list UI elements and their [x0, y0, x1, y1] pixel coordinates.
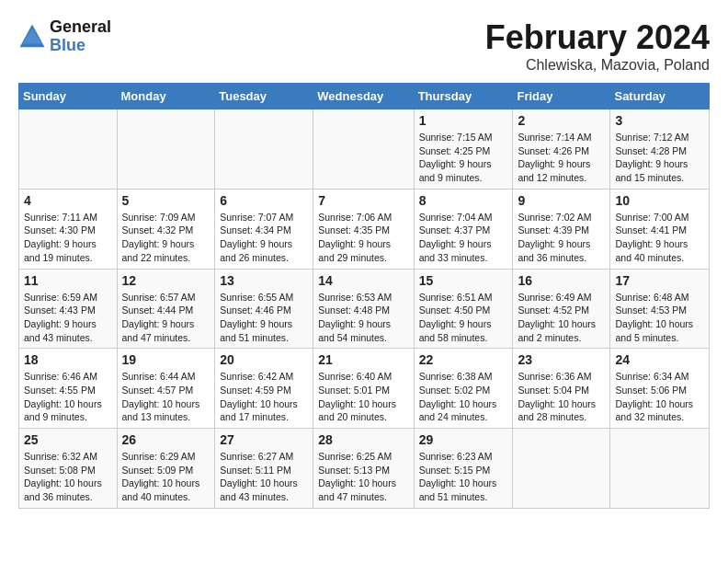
day-number: 25 — [24, 432, 112, 447]
day-number: 16 — [518, 273, 605, 288]
calendar-cell — [117, 109, 215, 190]
month-year-title: February 2024 — [485, 18, 710, 57]
calendar-cell: 19Sunrise: 6:44 AMSunset: 4:57 PMDayligh… — [117, 349, 215, 429]
day-number: 26 — [122, 432, 210, 447]
calendar-cell: 29Sunrise: 6:23 AMSunset: 5:15 PMDayligh… — [414, 429, 513, 509]
day-number: 3 — [615, 113, 704, 128]
calendar-week-2: 11Sunrise: 6:59 AMSunset: 4:43 PMDayligh… — [19, 269, 710, 349]
day-info: Sunrise: 6:34 AMSunset: 5:06 PMDaylight:… — [615, 370, 704, 424]
calendar-cell: 3Sunrise: 7:12 AMSunset: 4:28 PMDaylight… — [610, 109, 710, 190]
day-number: 6 — [220, 193, 308, 208]
calendar-cell: 17Sunrise: 6:48 AMSunset: 4:53 PMDayligh… — [610, 269, 710, 349]
calendar-cell: 2Sunrise: 7:14 AMSunset: 4:26 PMDaylight… — [513, 109, 610, 190]
day-number: 17 — [615, 273, 704, 288]
day-number: 14 — [318, 273, 408, 288]
day-number: 28 — [318, 432, 408, 447]
calendar-header-row: SundayMondayTuesdayWednesdayThursdayFrid… — [19, 84, 710, 109]
day-info: Sunrise: 7:11 AMSunset: 4:30 PMDaylight:… — [24, 211, 112, 265]
day-info: Sunrise: 7:12 AMSunset: 4:28 PMDaylight:… — [615, 131, 704, 185]
calendar-cell: 1Sunrise: 7:15 AMSunset: 4:25 PMDaylight… — [414, 109, 513, 190]
calendar-week-4: 25Sunrise: 6:32 AMSunset: 5:08 PMDayligh… — [19, 429, 710, 509]
logo-icon — [18, 23, 46, 51]
day-info: Sunrise: 6:32 AMSunset: 5:08 PMDaylight:… — [24, 450, 112, 504]
calendar-cell: 22Sunrise: 6:38 AMSunset: 5:02 PMDayligh… — [414, 349, 513, 429]
day-number: 8 — [419, 193, 508, 208]
calendar-cell: 23Sunrise: 6:36 AMSunset: 5:04 PMDayligh… — [513, 349, 610, 429]
day-header-wednesday: Wednesday — [313, 84, 414, 109]
calendar-cell: 15Sunrise: 6:51 AMSunset: 4:50 PMDayligh… — [414, 269, 513, 349]
calendar-cell: 9Sunrise: 7:02 AMSunset: 4:39 PMDaylight… — [513, 189, 610, 269]
day-number: 13 — [220, 273, 308, 288]
day-number: 10 — [615, 193, 704, 208]
day-info: Sunrise: 7:04 AMSunset: 4:37 PMDaylight:… — [419, 211, 508, 265]
day-number: 19 — [122, 352, 210, 367]
calendar-table: SundayMondayTuesdayWednesdayThursdayFrid… — [18, 83, 710, 509]
location-subtitle: Chlewiska, Mazovia, Poland — [485, 57, 710, 74]
title-block: February 2024 Chlewiska, Mazovia, Poland — [485, 18, 710, 74]
calendar-cell: 12Sunrise: 6:57 AMSunset: 4:44 PMDayligh… — [117, 269, 215, 349]
day-header-thursday: Thursday — [414, 84, 513, 109]
calendar-cell — [513, 429, 610, 509]
calendar-cell: 11Sunrise: 6:59 AMSunset: 4:43 PMDayligh… — [19, 269, 118, 349]
day-number: 20 — [220, 352, 308, 367]
logo: General Blue — [18, 18, 111, 55]
day-info: Sunrise: 6:38 AMSunset: 5:02 PMDaylight:… — [419, 370, 508, 424]
day-info: Sunrise: 6:40 AMSunset: 5:01 PMDaylight:… — [318, 370, 408, 424]
day-info: Sunrise: 6:44 AMSunset: 4:57 PMDaylight:… — [122, 370, 210, 424]
day-number: 9 — [518, 193, 605, 208]
day-header-sunday: Sunday — [19, 84, 118, 109]
day-number: 5 — [122, 193, 210, 208]
logo-general: General — [50, 17, 111, 36]
calendar-cell — [313, 109, 414, 190]
calendar-cell: 20Sunrise: 6:42 AMSunset: 4:59 PMDayligh… — [215, 349, 313, 429]
calendar-cell: 4Sunrise: 7:11 AMSunset: 4:30 PMDaylight… — [19, 189, 118, 269]
day-number: 1 — [419, 113, 508, 128]
calendar-cell: 24Sunrise: 6:34 AMSunset: 5:06 PMDayligh… — [610, 349, 710, 429]
svg-marker-1 — [23, 29, 42, 44]
day-info: Sunrise: 6:27 AMSunset: 5:11 PMDaylight:… — [220, 450, 308, 504]
day-info: Sunrise: 6:53 AMSunset: 4:48 PMDaylight:… — [318, 291, 408, 345]
day-number: 18 — [24, 352, 112, 367]
day-header-friday: Friday — [513, 84, 610, 109]
day-info: Sunrise: 6:51 AMSunset: 4:50 PMDaylight:… — [419, 291, 508, 345]
day-number: 22 — [419, 352, 508, 367]
day-info: Sunrise: 6:57 AMSunset: 4:44 PMDaylight:… — [122, 291, 210, 345]
day-info: Sunrise: 7:06 AMSunset: 4:35 PMDaylight:… — [318, 211, 408, 265]
day-number: 29 — [419, 432, 508, 447]
day-number: 21 — [318, 352, 408, 367]
calendar-cell: 16Sunrise: 6:49 AMSunset: 4:52 PMDayligh… — [513, 269, 610, 349]
day-info: Sunrise: 7:02 AMSunset: 4:39 PMDaylight:… — [518, 211, 605, 265]
day-number: 12 — [122, 273, 210, 288]
day-info: Sunrise: 6:59 AMSunset: 4:43 PMDaylight:… — [24, 291, 112, 345]
calendar-cell: 28Sunrise: 6:25 AMSunset: 5:13 PMDayligh… — [313, 429, 414, 509]
day-number: 15 — [419, 273, 508, 288]
day-number: 27 — [220, 432, 308, 447]
day-info: Sunrise: 6:46 AMSunset: 4:55 PMDaylight:… — [24, 370, 112, 424]
day-number: 2 — [518, 113, 605, 128]
day-number: 11 — [24, 273, 112, 288]
calendar-cell — [19, 109, 118, 190]
day-info: Sunrise: 7:00 AMSunset: 4:41 PMDaylight:… — [615, 211, 704, 265]
day-info: Sunrise: 7:14 AMSunset: 4:26 PMDaylight:… — [518, 131, 605, 185]
day-info: Sunrise: 6:42 AMSunset: 4:59 PMDaylight:… — [220, 370, 308, 424]
day-number: 4 — [24, 193, 112, 208]
calendar-week-1: 4Sunrise: 7:11 AMSunset: 4:30 PMDaylight… — [19, 189, 710, 269]
calendar-cell: 5Sunrise: 7:09 AMSunset: 4:32 PMDaylight… — [117, 189, 215, 269]
calendar-cell: 18Sunrise: 6:46 AMSunset: 4:55 PMDayligh… — [19, 349, 118, 429]
day-info: Sunrise: 6:49 AMSunset: 4:52 PMDaylight:… — [518, 291, 605, 345]
day-header-saturday: Saturday — [610, 84, 710, 109]
calendar-cell: 14Sunrise: 6:53 AMSunset: 4:48 PMDayligh… — [313, 269, 414, 349]
calendar-cell: 25Sunrise: 6:32 AMSunset: 5:08 PMDayligh… — [19, 429, 118, 509]
day-number: 7 — [318, 193, 408, 208]
calendar-cell — [215, 109, 313, 190]
calendar-cell: 13Sunrise: 6:55 AMSunset: 4:46 PMDayligh… — [215, 269, 313, 349]
day-number: 24 — [615, 352, 704, 367]
day-info: Sunrise: 6:48 AMSunset: 4:53 PMDaylight:… — [615, 291, 704, 345]
calendar-cell: 27Sunrise: 6:27 AMSunset: 5:11 PMDayligh… — [215, 429, 313, 509]
calendar-cell — [610, 429, 710, 509]
calendar-cell: 26Sunrise: 6:29 AMSunset: 5:09 PMDayligh… — [117, 429, 215, 509]
calendar-cell: 10Sunrise: 7:00 AMSunset: 4:41 PMDayligh… — [610, 189, 710, 269]
day-info: Sunrise: 6:23 AMSunset: 5:15 PMDaylight:… — [419, 450, 508, 504]
day-info: Sunrise: 6:55 AMSunset: 4:46 PMDaylight:… — [220, 291, 308, 345]
day-number: 23 — [518, 352, 605, 367]
